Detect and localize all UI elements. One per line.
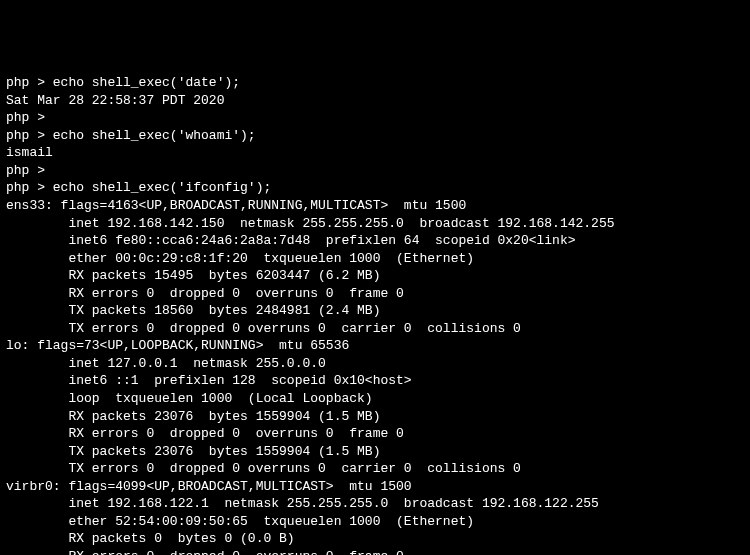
terminal-line: RX packets 0 bytes 0 (0.0 B) [6,530,744,548]
terminal-line: php > [6,109,744,127]
terminal-line: ether 52:54:00:09:50:65 txqueuelen 1000 … [6,513,744,531]
terminal-line: php > echo shell_exec('whoami'); [6,127,744,145]
terminal-line: inet 192.168.142.150 netmask 255.255.255… [6,215,744,233]
terminal-line: TX packets 23076 bytes 1559904 (1.5 MB) [6,443,744,461]
terminal-line: TX packets 18560 bytes 2484981 (2.4 MB) [6,302,744,320]
terminal-line: ether 00:0c:29:c8:1f:20 txqueuelen 1000 … [6,250,744,268]
terminal-line: ismail [6,144,744,162]
terminal-line: Sat Mar 28 22:58:37 PDT 2020 [6,92,744,110]
terminal-line: RX packets 15495 bytes 6203447 (6.2 MB) [6,267,744,285]
terminal-line: RX errors 0 dropped 0 overruns 0 frame 0 [6,425,744,443]
terminal-line: php > [6,162,744,180]
terminal-line: TX errors 0 dropped 0 overruns 0 carrier… [6,460,744,478]
terminal-line: RX errors 0 dropped 0 overruns 0 frame 0 [6,548,744,555]
terminal-line: php > echo shell_exec('ifconfig'); [6,179,744,197]
terminal-line: inet6 fe80::cca6:24a6:2a8a:7d48 prefixle… [6,232,744,250]
terminal-line: RX errors 0 dropped 0 overruns 0 frame 0 [6,285,744,303]
terminal-line: TX errors 0 dropped 0 overruns 0 carrier… [6,320,744,338]
terminal-line: loop txqueuelen 1000 (Local Loopback) [6,390,744,408]
terminal-line: inet 192.168.122.1 netmask 255.255.255.0… [6,495,744,513]
terminal-line: inet 127.0.0.1 netmask 255.0.0.0 [6,355,744,373]
terminal-line: lo: flags=73<UP,LOOPBACK,RUNNING> mtu 65… [6,337,744,355]
terminal-line: RX packets 23076 bytes 1559904 (1.5 MB) [6,408,744,426]
terminal-line: php > echo shell_exec('date'); [6,74,744,92]
terminal-line: inet6 ::1 prefixlen 128 scopeid 0x10<hos… [6,372,744,390]
terminal-output[interactable]: php > echo shell_exec('date');Sat Mar 28… [6,74,744,555]
terminal-line: ens33: flags=4163<UP,BROADCAST,RUNNING,M… [6,197,744,215]
terminal-line: virbr0: flags=4099<UP,BROADCAST,MULTICAS… [6,478,744,496]
